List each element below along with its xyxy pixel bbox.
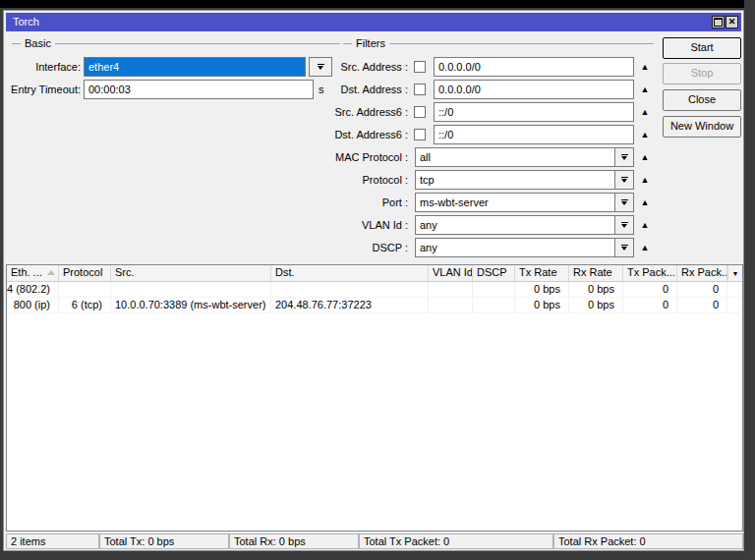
dst-address-label: Dst. Address : <box>191 80 408 99</box>
src-address6-collapse-button[interactable]: ▲ <box>638 102 652 122</box>
protocol-collapse-button[interactable]: ▲ <box>638 170 652 190</box>
table-row[interactable]: 800 (ip)6 (tcp)10.0.0.70:3389 (ms-wbt-se… <box>7 298 742 313</box>
src-address6-field[interactable]: ::/0 <box>434 102 634 122</box>
column-header-tx-pack[interactable]: Tx Pack... <box>623 265 677 281</box>
column-header-protocol[interactable]: Protocol <box>59 265 111 281</box>
cell-dscp <box>473 282 515 297</box>
dropdown-icon <box>621 177 628 183</box>
down-arrow-icon: ▼ <box>732 270 739 277</box>
column-header-tx-rate[interactable]: Tx Rate <box>515 265 569 281</box>
up-arrow-icon: ▲ <box>641 107 650 117</box>
basic-group: Basic <box>12 43 340 45</box>
mac-protocol-field[interactable]: all <box>415 147 634 167</box>
dst-address6-collapse-button[interactable]: ▲ <box>638 125 652 144</box>
cell-rx-rate: 0 bps <box>569 282 623 297</box>
column-header-label: Dst. <box>275 266 295 278</box>
src-address6-checkbox[interactable] <box>414 106 426 118</box>
new-window-button[interactable]: New Window <box>663 116 741 138</box>
cell-eth: 800 (ip) <box>7 298 59 312</box>
up-arrow-icon: ▲ <box>641 175 650 185</box>
cell-src: 10.0.0.70:3389 (ms-wbt-server) <box>111 298 271 312</box>
close-window-button[interactable]: ✕ <box>726 16 738 28</box>
dscp-field[interactable]: any <box>415 238 634 257</box>
dropdown-icon <box>621 199 628 205</box>
dropdown-icon <box>621 245 628 251</box>
cell-rx-pack: 0 <box>677 282 727 297</box>
cell-vlan-id <box>429 282 473 297</box>
status-total-rx-packet: Total Rx Packet: 0 <box>553 533 743 549</box>
protocol-dropdown-button[interactable] <box>614 171 633 189</box>
cell-dst: 204.48.76.77:37223 <box>271 298 429 312</box>
port-label: Port : <box>191 193 408 212</box>
cell-protocol <box>59 282 111 297</box>
cell-dst <box>271 282 429 297</box>
mac-protocol-label: MAC Protocol : <box>191 147 408 167</box>
up-arrow-icon: ▲ <box>641 220 650 230</box>
vlan-id-collapse-button[interactable]: ▲ <box>638 215 652 235</box>
dst-address-checkbox[interactable] <box>414 84 426 95</box>
column-header-rx-rate[interactable]: Rx Rate <box>569 265 623 281</box>
column-header-label: Rx Pack... <box>681 266 727 278</box>
dscp-collapse-button[interactable]: ▲ <box>638 238 652 257</box>
filters-group-label: Filters <box>352 36 389 51</box>
up-arrow-icon: ▲ <box>641 197 650 207</box>
dst-address-field[interactable]: 0.0.0.0/0 <box>434 80 634 99</box>
status-items-count: 2 items <box>6 533 99 549</box>
protocol-field[interactable]: tcp <box>415 170 634 190</box>
start-button[interactable]: Start <box>663 37 741 59</box>
column-header-vlan-id[interactable]: VLAN Id <box>429 265 473 281</box>
mac-protocol-collapse-button[interactable]: ▲ <box>638 147 652 167</box>
mac-protocol-dropdown-button[interactable] <box>614 148 633 166</box>
results-table[interactable]: Eth. ...ProtocolSrc.Dst.VLAN IdDSCPTx Ra… <box>6 264 743 532</box>
dscp-dropdown-button[interactable] <box>614 239 633 256</box>
cell-rx-pack: 0 <box>677 298 727 312</box>
cell-tx-rate: 0 bps <box>515 298 569 312</box>
dst-address6-field[interactable]: ::/0 <box>434 125 634 144</box>
table-body: 4 (802.2)0 bps0 bps00800 (ip)6 (tcp)10.0… <box>7 282 742 313</box>
column-header-label: Eth. ... <box>11 266 42 278</box>
dst-address-collapse-button[interactable]: ▲ <box>638 80 652 99</box>
titlebar[interactable]: Torch ✕ <box>6 13 741 31</box>
filters-group: Filters <box>343 43 654 45</box>
vlan-id-label: VLAN Id : <box>191 215 408 235</box>
entry-timeout-label: Entry Timeout: <box>4 80 81 99</box>
cell-tx-rate: 0 bps <box>515 282 569 297</box>
column-header-eth[interactable]: Eth. ... <box>7 265 59 281</box>
cell-src <box>111 282 271 297</box>
column-header-src[interactable]: Src. <box>111 265 271 281</box>
port-dropdown-button[interactable] <box>614 194 633 211</box>
table-header: Eth. ...ProtocolSrc.Dst.VLAN IdDSCPTx Ra… <box>7 265 742 282</box>
dscp-label: DSCP : <box>191 238 408 257</box>
port-collapse-button[interactable]: ▲ <box>638 193 652 212</box>
cell-eth: 4 (802.2) <box>7 282 59 297</box>
toolbar-shadow-band <box>0 0 744 8</box>
window-title: Torch <box>13 16 39 28</box>
column-header-label: Protocol <box>63 266 102 278</box>
cell-protocol: 6 (tcp) <box>59 298 111 312</box>
src-address-collapse-button[interactable]: ▲ <box>638 57 652 77</box>
stop-button[interactable]: Stop <box>663 63 741 84</box>
close-button[interactable]: Close <box>663 89 741 111</box>
src-address6-label: Src. Address6 : <box>191 102 408 122</box>
vlan-id-dropdown-button[interactable] <box>614 216 633 234</box>
cell-tx-pack: 0 <box>623 282 677 297</box>
torch-window: Torch ✕ Basic Interface: ether4 Entry Ti… <box>3 10 744 551</box>
desktop: { "window": { "title": "Torch" }, "basic… <box>0 0 755 560</box>
column-header-dscp[interactable]: DSCP <box>473 265 515 281</box>
port-field[interactable]: ms-wbt-server <box>415 193 634 212</box>
cell-tx-pack: 0 <box>623 298 677 312</box>
dst-address6-checkbox[interactable] <box>414 129 426 140</box>
column-header-rx-pack[interactable]: Rx Pack... <box>677 265 727 281</box>
src-address-field[interactable]: 0.0.0.0/0 <box>434 57 634 77</box>
up-arrow-icon: ▲ <box>641 84 650 94</box>
maximize-icon <box>714 18 723 27</box>
column-header-dst[interactable]: Dst. <box>271 265 429 281</box>
src-address-checkbox[interactable] <box>414 61 426 73</box>
column-picker-button[interactable]: ▼ <box>727 265 742 281</box>
up-arrow-icon: ▲ <box>641 243 650 252</box>
vlan-id-field[interactable]: any <box>415 215 634 235</box>
maximize-button[interactable] <box>712 16 725 28</box>
table-row[interactable]: 4 (802.2)0 bps0 bps00 <box>7 282 742 298</box>
close-icon: ✕ <box>728 18 736 27</box>
protocol-label: Protocol : <box>191 170 408 190</box>
